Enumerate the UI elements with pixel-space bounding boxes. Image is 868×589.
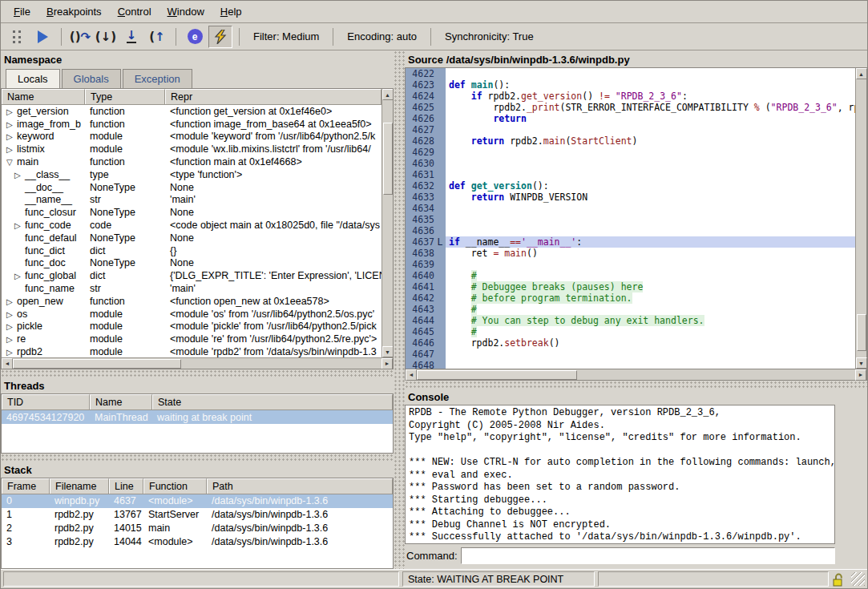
menu-help[interactable]: Help <box>212 2 250 21</box>
encoding-button[interactable]: e <box>183 26 207 48</box>
tab-locals[interactable]: Locals <box>6 69 60 89</box>
scroll-right-icon[interactable]: ► <box>855 369 866 381</box>
expand-icon[interactable]: ▷ <box>6 132 17 141</box>
thread-row[interactable]: 46974534127920MainThreadwaiting at break… <box>2 410 393 424</box>
namespace-row[interactable]: __doc__NoneTypeNone <box>2 181 382 194</box>
source-line[interactable]: 4624 if rpdb2.get_version() != "RPDB_2_3… <box>406 91 855 102</box>
stack-frame-row[interactable]: 2rpdb2.py14015main/data/sys/bin/winpdb-1… <box>2 522 393 535</box>
namespace-row[interactable]: ▷get_versionfunction<function get_versio… <box>2 105 382 118</box>
source-line[interactable]: 4643 # <box>406 304 855 315</box>
scroll-down-icon[interactable]: ▼ <box>382 346 394 357</box>
source-line[interactable]: 4642 # before program termination. <box>406 292 855 304</box>
resize-grip[interactable] <box>851 572 865 586</box>
stack-frame-row[interactable]: 0winpdb.py4637<module>/data/sys/bin/winp… <box>2 494 393 508</box>
source-line[interactable]: 4638 ret = main() <box>406 248 855 259</box>
stack-frame-row[interactable]: 3rpdb2.py14044<module>/data/sys/bin/winp… <box>2 535 393 548</box>
source-line[interactable]: 4640 # <box>406 270 855 281</box>
namespace-row[interactable]: ▷func_globaldict{'DLG_EXPR_TITLE': 'Ente… <box>2 269 382 282</box>
source-line[interactable]: 4625 rpdb2._print(STR_ERROR_INTERFACE_CO… <box>406 102 855 113</box>
expand-icon[interactable]: ▷ <box>6 107 17 116</box>
source-line[interactable]: 4623def main(): <box>406 79 855 91</box>
namespace-row[interactable]: ▷func_codecode<code object main at 0x180… <box>2 219 382 232</box>
step-out-button[interactable]: (↑ <box>145 26 169 48</box>
tab-exception[interactable]: Exception <box>123 69 192 88</box>
source-line[interactable]: 4632def get_version(): <box>406 180 855 192</box>
threads-col-state[interactable]: State <box>152 394 393 409</box>
scroll-thumb[interactable] <box>383 123 393 195</box>
console-output[interactable]: RPDB - The Remote Python Debugger, versi… <box>405 405 835 544</box>
scroll-thumb[interactable] <box>417 370 577 380</box>
source-line[interactable]: 4636 <box>406 225 855 236</box>
source-line[interactable]: 4635 <box>406 214 855 225</box>
scroll-thumb[interactable] <box>857 314 866 351</box>
namespace-row[interactable]: ▷open_newfunction<function open_new at 0… <box>2 295 382 308</box>
expand-icon[interactable]: ▷ <box>14 272 25 280</box>
namespace-row[interactable]: func_namestr'main' <box>2 282 382 295</box>
scroll-thumb[interactable] <box>13 359 181 369</box>
step-into-button[interactable]: (↓) <box>94 26 118 48</box>
source-line[interactable]: 4647 <box>406 349 855 360</box>
source-line[interactable]: 4626 return <box>406 113 855 124</box>
namespace-col-type[interactable]: Type <box>85 89 165 104</box>
threads-col-tid[interactable]: TID <box>2 394 90 409</box>
expand-icon[interactable]: ▷ <box>6 310 17 319</box>
namespace-hscrollbar[interactable]: ◄ ► <box>2 357 393 369</box>
source-line[interactable]: 4630 <box>406 158 855 169</box>
expand-icon[interactable]: ▷ <box>6 322 17 331</box>
source-line[interactable]: 4633 return WINPDB_VERSION <box>406 192 855 203</box>
tab-globals[interactable]: Globals <box>62 69 121 88</box>
namespace-row[interactable]: ▷rpdb2module<module 'rpdb2' from '/data/… <box>2 345 382 357</box>
run-to-line-button[interactable]: ↓ <box>119 26 143 48</box>
splitter[interactable] <box>394 50 405 569</box>
stack-frame-row[interactable]: 1rpdb2.py13767StartServer/data/sys/bin/w… <box>2 508 393 522</box>
source-line[interactable]: 4646 rpdb2.setbreak() <box>406 337 855 349</box>
splitter[interactable] <box>1 369 394 377</box>
source-line[interactable]: 4639 <box>406 259 855 270</box>
stack-col-frame[interactable]: Frame <box>2 478 50 494</box>
source-line[interactable]: 4644 # You can step to debug any exit ha… <box>406 315 855 326</box>
namespace-row[interactable]: func_docNoneTypeNone <box>2 257 382 270</box>
current-source-line[interactable]: 4637Lif __name__=='__main__': <box>406 236 855 248</box>
expand-icon[interactable]: ▷ <box>6 145 17 154</box>
source-code[interactable]: 46224623def main():4624 if rpdb2.get_ver… <box>406 68 855 369</box>
source-hscrollbar[interactable]: ◄ ► <box>405 369 867 381</box>
expand-icon[interactable]: ▷ <box>6 297 17 306</box>
source-line[interactable]: 4629 <box>406 147 855 158</box>
break-button[interactable] <box>5 26 29 48</box>
threads-col-name[interactable]: Name <box>90 394 152 409</box>
source-line[interactable]: 4627 <box>406 124 855 135</box>
namespace-row[interactable]: ▷remodule<module 're' from '/usr/lib64/p… <box>2 333 382 345</box>
menu-control[interactable]: Control <box>110 2 159 21</box>
scroll-left-icon[interactable]: ◄ <box>2 358 13 369</box>
namespace-row[interactable]: ▷keywordmodule<module 'keyword' from '/u… <box>2 131 382 143</box>
collapse-icon[interactable]: ▽ <box>6 158 17 167</box>
menu-breakpoints[interactable]: Breakpoints <box>38 2 110 21</box>
scroll-right-icon[interactable]: ► <box>382 358 393 369</box>
command-input[interactable] <box>461 547 835 564</box>
source-line[interactable]: 4622 <box>406 68 855 79</box>
namespace-row[interactable]: ▷picklemodule<module 'pickle' from '/usr… <box>2 321 382 333</box>
synchronicity-button[interactable] <box>208 26 232 48</box>
namespace-col-repr[interactable]: Repr <box>165 89 382 104</box>
namespace-row[interactable]: ▷image_from_bfunction<function image_fro… <box>2 118 382 131</box>
namespace-row[interactable]: __name__str'main' <box>2 194 382 207</box>
go-button[interactable] <box>30 26 55 48</box>
menu-window[interactable]: Window <box>159 2 212 21</box>
scroll-up-icon[interactable]: ▲ <box>382 89 394 100</box>
namespace-row[interactable]: ▷osmodule<module 'os' from '/usr/lib64/p… <box>2 308 382 321</box>
namespace-col-name[interactable]: Name <box>2 89 85 104</box>
namespace-row[interactable]: func_closurNoneTypeNone <box>2 206 382 219</box>
expand-icon[interactable]: ▷ <box>6 348 17 357</box>
namespace-row[interactable]: ▽mainfunction<function main at 0x1ef4668… <box>2 155 382 168</box>
namespace-row[interactable]: ▷__class__type<type 'function'> <box>2 168 382 181</box>
stack-col-filename[interactable]: Filename <box>50 478 109 494</box>
splitter[interactable] <box>1 454 394 461</box>
source-line[interactable]: 4641 # Debuggee breaks (pauses) here <box>406 281 855 292</box>
namespace-row[interactable]: ▷listmixmodule<module 'wx.lib.mixins.lis… <box>2 143 382 155</box>
source-line[interactable]: 4631 <box>406 169 855 180</box>
expand-icon[interactable]: ▷ <box>6 335 17 344</box>
stack-col-line[interactable]: Line <box>109 478 143 494</box>
source-line[interactable]: 4648 <box>406 360 855 369</box>
stack-col-path[interactable]: Path <box>207 478 393 494</box>
expand-icon[interactable]: ▷ <box>14 171 25 180</box>
